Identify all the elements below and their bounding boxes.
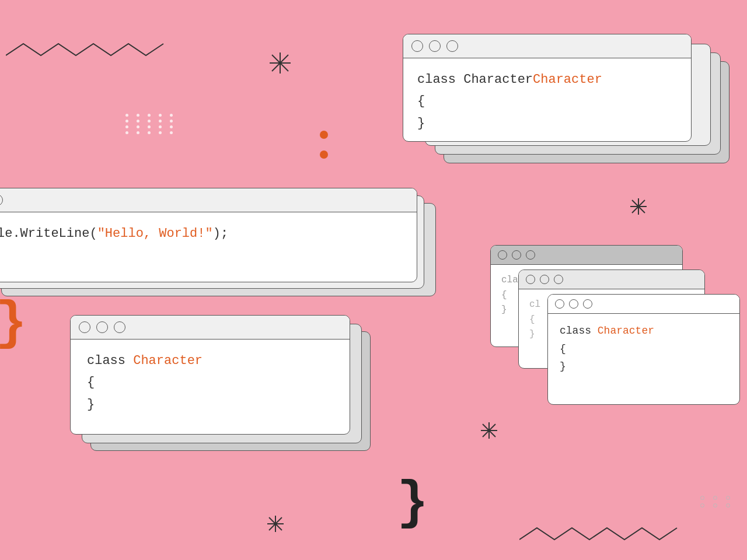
window-br-middle-header [519, 270, 704, 289]
window-bottom-left-body: class Character { } [71, 340, 350, 426]
window-left-partial: le.WriteLine("Hello, World!"); [0, 188, 417, 282]
code-br-line2: { [560, 340, 728, 358]
window-bottom-left: class Character { } [70, 315, 350, 435]
brace-bottom-center-icon: } [397, 477, 428, 530]
code-br-classname: Character [598, 325, 654, 337]
code-line-writeline: le.WriteLine("Hello, World!"); [0, 223, 403, 244]
code-br-line1: class Character [560, 322, 728, 340]
code-classname-character: Character [533, 72, 602, 87]
zigzag-top-left-icon [6, 38, 169, 67]
code-bl-line2: { [87, 372, 333, 393]
code-br-keyword: class [560, 325, 598, 337]
code-writeline-text: le.WriteLine( [0, 226, 97, 241]
asterisk-right-icon [629, 197, 648, 216]
window-left-header [0, 188, 417, 212]
code-bl-keyword: class [87, 354, 133, 368]
code-writeline-close: ); [213, 226, 228, 241]
orange-dot-2 [320, 150, 328, 159]
window-left-body: le.WriteLine("Hello, World!"); [0, 212, 417, 255]
window-top-right: class CharacterCharacter { } [403, 34, 692, 142]
window-br-front-body: class Character { } [548, 314, 739, 384]
code-string-hello: "Hello, World!" [97, 226, 213, 241]
window-br-front: class Character { } [547, 294, 740, 405]
asterisk-bottom-center-icon [480, 421, 498, 440]
window-top-right-body: class CharacterCharacter { } [403, 58, 691, 142]
code-line-2: { [417, 90, 677, 112]
window-top-right-header [403, 34, 691, 58]
code-bl-line1: class Character [87, 350, 333, 372]
dots-grid [125, 114, 178, 134]
code-keyword-class: class Character [417, 72, 533, 87]
code-line-3: } [417, 113, 677, 134]
traffic-light-bl-1 [79, 321, 90, 333]
code-bl-classname: Character [133, 354, 203, 368]
asterisk-top-center-icon [268, 51, 292, 75]
window-bottom-left-header [71, 316, 350, 340]
brace-left-icon: } [0, 298, 27, 350]
zigzag-bottom-right-icon [519, 522, 683, 551]
window-br-front-header [548, 295, 739, 314]
traffic-light-2 [429, 40, 441, 52]
code-br-line3: } [560, 358, 728, 376]
traffic-light-bl-3 [114, 321, 125, 333]
traffic-light-3 [446, 40, 458, 52]
orange-dot-1 [320, 131, 328, 139]
asterisk-bottom-left-icon [266, 514, 285, 533]
traffic-light-bl-2 [96, 321, 108, 333]
window-br-back-header [491, 246, 682, 265]
code-bl-line3: } [87, 394, 333, 415]
traffic-light-left-1 [0, 194, 3, 206]
small-circles-grid [700, 496, 735, 508]
traffic-light-1 [411, 40, 423, 52]
code-line-1: class CharacterCharacter [417, 69, 677, 90]
